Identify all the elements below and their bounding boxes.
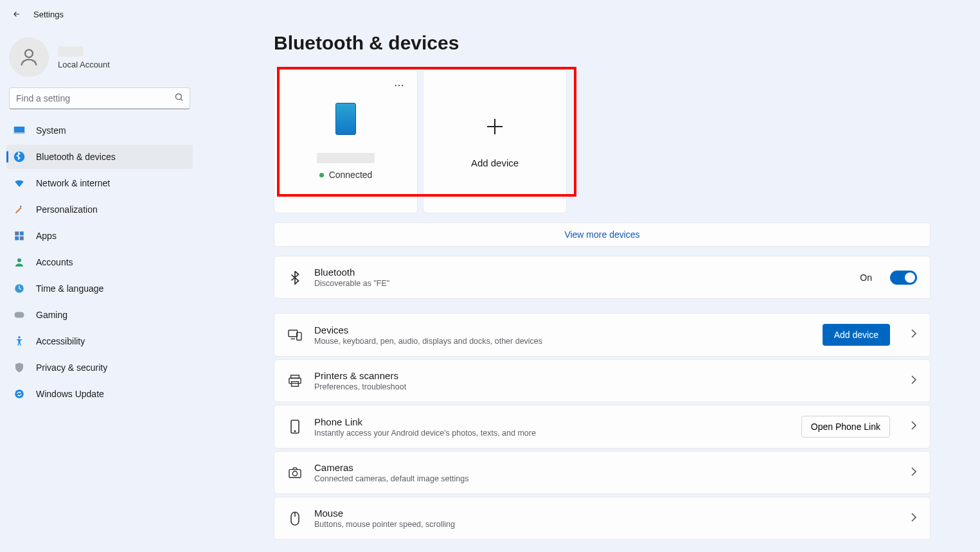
setting-sub: Mouse, keyboard, pen, audio, displays an…	[314, 337, 811, 346]
phone-link-row[interactable]: Phone Link Instantly access your Android…	[274, 405, 931, 449]
apps-icon	[13, 229, 26, 242]
mouse-row[interactable]: Mouse Buttons, mouse pointer speed, scro…	[274, 497, 931, 540]
sidebar-item-windows-update[interactable]: Windows Update	[6, 382, 193, 406]
view-more-link-text[interactable]: View more devices	[564, 229, 639, 240]
add-device-card[interactable]: Add device	[423, 69, 567, 213]
sidebar-item-label: Bluetooth & devices	[36, 152, 116, 162]
setting-title: Cameras	[314, 462, 890, 473]
setting-title: Printers & scanners	[314, 370, 890, 381]
chevron-right-icon	[902, 467, 917, 479]
sidebar-item-label: Personalization	[36, 204, 98, 215]
bluetooth-glyph-icon	[287, 271, 303, 285]
svg-point-13	[18, 336, 21, 339]
svg-rect-6	[15, 231, 19, 235]
plus-icon	[483, 115, 506, 138]
setting-title: Devices	[314, 325, 811, 335]
device-cards-row: ⋯ Device Connected Add device	[274, 69, 980, 213]
sidebar-item-label: Time & language	[36, 283, 103, 294]
system-icon	[13, 124, 26, 137]
svg-rect-5	[20, 206, 22, 208]
setting-sub: Discoverable as "FE"	[314, 279, 848, 288]
setting-title: Phone Link	[314, 416, 790, 427]
open-phone-link-button[interactable]: Open Phone Link	[801, 416, 890, 438]
shield-icon	[13, 361, 26, 374]
profile-name: User	[58, 46, 84, 57]
profile-block[interactable]: User Local Account	[0, 28, 199, 84]
sidebar-item-time-language[interactable]: Time & language	[6, 276, 193, 301]
devices-icon	[287, 328, 303, 341]
update-icon	[13, 387, 26, 400]
printers-row[interactable]: Printers & scanners Preferences, trouble…	[274, 359, 931, 402]
add-device-button[interactable]: Add device	[823, 324, 890, 346]
search-icon	[174, 93, 184, 105]
chevron-right-icon	[902, 375, 917, 387]
sidebar-item-label: Windows Update	[36, 389, 104, 399]
setting-sub: Instantly access your Android device's p…	[314, 429, 790, 438]
svg-point-23	[292, 471, 297, 476]
setting-sub: Preferences, troubleshoot	[314, 382, 890, 391]
more-menu-button[interactable]: ⋯	[394, 79, 405, 91]
gamepad-icon	[13, 308, 26, 321]
page-title: Bluetooth & devices	[274, 32, 980, 54]
svg-rect-22	[289, 469, 301, 477]
svg-rect-8	[15, 236, 19, 240]
avatar	[9, 37, 49, 77]
brush-icon	[13, 203, 26, 216]
sidebar-item-personalization[interactable]: Personalization	[6, 197, 193, 222]
search-input[interactable]	[9, 87, 190, 109]
printer-icon	[287, 375, 303, 387]
setting-title: Mouse	[314, 508, 890, 519]
sidebar-item-label: Accounts	[36, 257, 73, 267]
svg-rect-15	[289, 330, 298, 337]
svg-rect-18	[289, 378, 301, 383]
sidebar-item-system[interactable]: System	[6, 118, 193, 143]
setting-sub: Buttons, mouse pointer speed, scrolling	[314, 520, 890, 529]
phone-icon	[335, 103, 356, 135]
svg-rect-7	[20, 231, 24, 235]
mouse-icon	[287, 512, 303, 526]
sidebar-item-label: System	[36, 125, 66, 136]
status-dot-icon	[319, 173, 324, 177]
sidebar-item-label: Network & internet	[36, 178, 110, 188]
accessibility-icon	[13, 335, 26, 348]
sidebar-item-label: Accessibility	[36, 336, 85, 346]
bluetooth-toggle-row: Bluetooth Discoverable as "FE" On	[274, 256, 931, 299]
sidebar-item-accessibility[interactable]: Accessibility	[6, 329, 193, 353]
sidebar-item-bluetooth-devices[interactable]: Bluetooth & devices	[6, 145, 193, 169]
svg-rect-12	[15, 312, 24, 318]
phone-icon	[287, 420, 303, 434]
svg-point-14	[15, 389, 24, 398]
sidebar-item-label: Privacy & security	[36, 362, 107, 373]
bluetooth-toggle[interactable]	[890, 271, 917, 285]
setting-sub: Connected cameras, default image setting…	[314, 474, 890, 483]
sidebar-item-accounts[interactable]: Accounts	[6, 250, 193, 274]
sidebar-item-apps[interactable]: Apps	[6, 224, 193, 248]
sidebar-item-label: Gaming	[36, 310, 67, 320]
sidebar-item-gaming[interactable]: Gaming	[6, 303, 193, 327]
sidebar-item-network[interactable]: Network & internet	[6, 171, 193, 195]
svg-point-10	[17, 258, 21, 262]
paired-device-card[interactable]: ⋯ Device Connected	[274, 69, 418, 213]
app-title: Settings	[33, 10, 64, 19]
device-name: Device	[317, 153, 375, 163]
chevron-right-icon	[902, 513, 917, 524]
svg-point-21	[294, 431, 296, 432]
back-button[interactable]	[12, 9, 22, 19]
svg-rect-19	[292, 381, 299, 386]
svg-point-1	[176, 94, 182, 100]
devices-row[interactable]: Devices Mouse, keyboard, pen, audio, dis…	[274, 313, 931, 357]
toggle-state-label: On	[860, 272, 872, 283]
chevron-right-icon	[902, 421, 917, 432]
svg-rect-2	[14, 127, 25, 134]
camera-icon	[287, 467, 303, 479]
svg-point-0	[25, 49, 33, 57]
bluetooth-icon	[13, 150, 26, 163]
device-status: Connected	[329, 170, 373, 180]
svg-rect-9	[20, 236, 24, 240]
cameras-row[interactable]: Cameras Connected cameras, default image…	[274, 451, 931, 494]
person-icon	[13, 256, 26, 269]
add-device-label: Add device	[471, 157, 519, 168]
sidebar-item-privacy[interactable]: Privacy & security	[6, 355, 193, 380]
profile-sub: Local Account	[58, 60, 110, 69]
view-more-devices-link[interactable]: View more devices	[274, 222, 931, 247]
